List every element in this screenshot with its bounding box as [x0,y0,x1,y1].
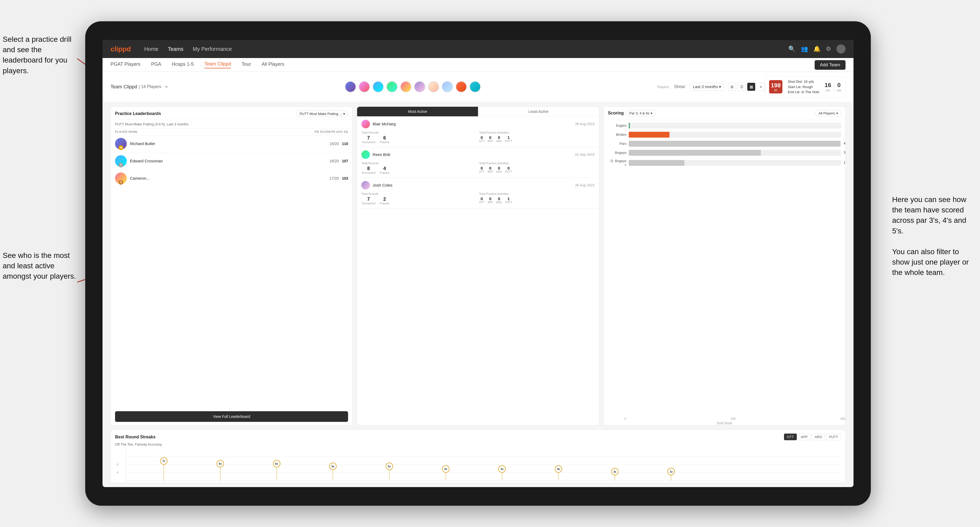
nav-link-performance[interactable]: My Performance [193,46,232,52]
view-leaderboard-button[interactable]: View Full Leaderboard [115,411,348,422]
subnav-hcaps[interactable]: Hcaps 1-5 [172,62,194,68]
scoring-header: Scoring Par 3, 4 & 5s ▾ All Players ▾ [604,107,845,120]
rank-avatar-2: 2 [115,155,127,167]
list-view-btn[interactable]: ☰ [738,83,746,91]
streak-dot-8: 3x [611,468,619,475]
pac-rounds-2: Total Rounds 8 Tournament 4 Practice [361,162,477,174]
pac-name-3: Josh Coles [372,183,392,187]
pac-stats-1: Total Rounds 7 Tournament 6 Practice [361,131,594,144]
activity-tabs: Most Active Least Active [357,107,599,117]
search-icon[interactable]: 🔍 [788,46,795,52]
detail-view-btn[interactable]: ≡ [757,83,765,91]
bar-label: D. Bogeys + [608,159,627,167]
streaks-section: Best Round Streaks OTT APP ARG PUTT Off … [110,430,845,483]
pac-player-info-2: Rees Britt [361,151,390,159]
streaks-subtitle: Off The Tee, Fairway Accuracy [115,442,841,446]
show-select[interactable]: Last 3 months ▾ [690,83,724,91]
lb-row-1[interactable]: ★ Richard Butler 19/20 110 [111,135,352,152]
edit-icon[interactable]: ✏ [165,84,168,89]
pac-date-2: 02 Sep 2023 [575,152,595,157]
players-label: Players [657,85,669,89]
lb-score-3: 17/20 [329,176,339,181]
drill-dropdown[interactable]: PUTT Must Make Putting ... ▾ [297,110,348,117]
player-avatar-2[interactable] [359,81,370,92]
player-avatar-5[interactable] [400,81,412,92]
bar-row-d.-bogeys-+: D. Bogeys + 131 [608,159,841,167]
pac-avatar-1 [361,120,370,128]
lb-row-3[interactable]: 3 Cameron... 17/20 103 [111,170,352,187]
putt-button[interactable]: PUTT [826,433,841,440]
shot-badge: 198 SC [769,80,783,94]
grid-view-btn[interactable]: ⊞ [728,83,736,91]
bar-label: Birdies [608,133,627,137]
player-avatar-1[interactable] [345,81,356,92]
lb-row-2[interactable]: 2 Edward Crossman 18/20 107 [111,152,352,170]
most-active-tab[interactable]: Most Active [357,107,478,116]
pac-name-1: Blair McHarg [372,122,396,126]
subnav-pgat[interactable]: PGAT Players [110,62,140,68]
medal-gold-1: ★ [119,145,123,150]
streak-ylabel-1: 4 [117,471,118,474]
subnav-tour[interactable]: Tour [242,62,251,68]
rank-avatar-3: 3 [115,173,127,184]
pac-player-info-1: Blair McHarg [361,120,396,128]
player-avatar-8[interactable] [442,81,453,92]
bar-fill [629,123,630,129]
card-view-btn[interactable]: ▦ [747,83,755,91]
team-avatars [345,81,481,92]
app-button[interactable]: APP [798,433,811,440]
par-dropdown[interactable]: Par 3, 4 & 5s ▾ [626,110,655,117]
pac-app-1: 0 APP [488,135,493,143]
annotation-right: Here you can see how the team have score… [892,194,977,278]
player-avatar-9[interactable] [456,81,467,92]
lb-avg-1: 110 [342,141,348,146]
streaks-header: Best Round Streaks OTT APP ARG PUTT [115,433,841,440]
player-avatar-7[interactable] [428,81,439,92]
least-active-tab[interactable]: Least Active [478,107,599,116]
arg-button[interactable]: ARG [812,433,825,440]
activity-player-3: Josh Coles 26 Aug 2023 Total Rounds 7 [357,178,599,208]
pac-rounds-label-1: Total Rounds [361,131,477,134]
nav-links: Home Teams My Performance [144,46,788,52]
player-avatar-3[interactable] [372,81,384,92]
leaderboards-title: Practice Leaderboards [115,111,161,116]
lb-name-2: Edward Crossman [130,159,326,163]
col-player-name: PLAYER NAME [115,130,315,133]
add-team-button[interactable]: Add Team [815,60,845,70]
streak-dot-7: 4x [555,465,562,473]
subnav-team-clippd[interactable]: Team Clippd [204,61,231,68]
pac-tournament-1: 7 Tournament [361,135,375,144]
show-label: Show: [674,84,686,89]
user-avatar[interactable] [837,44,845,54]
lb-avg-2: 107 [342,159,348,163]
bar-value: 131 [844,161,845,165]
main-content: Team Clippd | 14 Players ✏ [103,72,854,487]
view-icons: ⊞ ☰ ▦ ≡ [728,83,765,91]
streak-dot-0: 7x [160,457,167,465]
people-icon[interactable]: 👥 [801,46,808,52]
player-avatar-6[interactable] [414,81,425,92]
subnav-all-players[interactable]: All Players [262,62,285,68]
subnav-pga[interactable]: PGA [151,62,161,68]
nav-link-home[interactable]: Home [144,46,158,52]
col-avg: PB AVG SQ [331,130,348,133]
bell-icon[interactable]: 🔔 [813,46,821,52]
practice-leaderboards-panel: Practice Leaderboards PUTT Must Make Put… [110,106,353,425]
player-filter-dropdown[interactable]: All Players ▾ [816,110,841,117]
pac-header-1: Blair McHarg 26 Aug 2023 [361,120,594,128]
lb-table-header: PLAYER NAME PB SCORE PB AVG SQ [111,129,352,135]
ott-button[interactable]: OTT [784,433,797,440]
settings-icon[interactable]: ⚙ [826,46,831,52]
bar-fill [629,132,670,138]
pac-ott-1: 0 OTT [479,135,484,143]
player-avatar-10[interactable] [469,81,481,92]
scoring-title: Scoring [608,111,624,116]
nav-link-teams[interactable]: Teams [168,46,183,52]
pac-player-info-3: Josh Coles [361,181,392,189]
pac-rounds-values-1: 7 Tournament 6 Practice [361,135,477,144]
team-controls: Show: Last 3 months ▾ ⊞ ☰ ▦ ≡ [674,83,765,91]
streak-dot-6: 4x [498,465,506,473]
bar-row-bogeys: Bogeys 311 [608,150,841,156]
player-avatar-4[interactable] [387,81,398,92]
annotation-bottom-left: See who is the most and least active amo… [3,250,77,282]
